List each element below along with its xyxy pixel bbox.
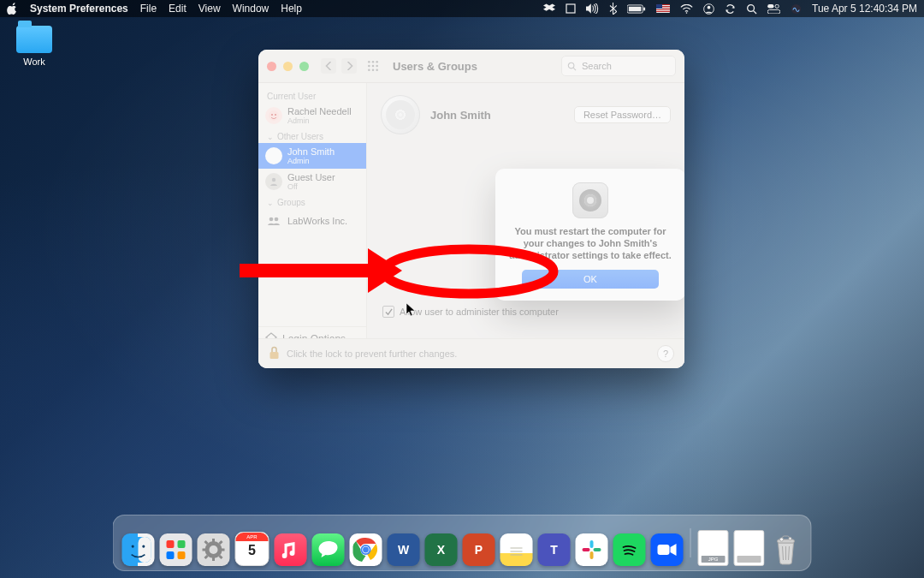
sidebar-user-guest[interactable]: Guest User Off	[258, 169, 366, 194]
svg-point-13	[368, 61, 370, 63]
svg-point-29	[275, 217, 279, 222]
dock-app-word[interactable]: W	[388, 533, 420, 566]
svg-rect-39	[178, 551, 186, 559]
dock-app-finder[interactable]	[122, 533, 155, 566]
dock-app-excel[interactable]: X	[425, 533, 458, 566]
menu-view[interactable]: View	[198, 3, 221, 15]
dock-app-music[interactable]	[275, 533, 307, 566]
dock-app-launchpad[interactable]	[160, 533, 192, 566]
siri-icon[interactable]	[791, 3, 802, 15]
svg-text:W: W	[398, 543, 410, 557]
reset-password-button[interactable]: Reset Password…	[574, 106, 671, 123]
sidebar-current-user[interactable]: Rachel Needell Admin	[258, 103, 366, 128]
dock-app-messages[interactable]	[312, 533, 345, 566]
dock-app-zoom[interactable]	[651, 533, 684, 566]
menu-help[interactable]: Help	[281, 3, 302, 15]
menu-window[interactable]: Window	[233, 3, 270, 15]
admin-checkbox-row[interactable]: Allow user to administer this computer	[382, 306, 669, 318]
spotlight-icon[interactable]	[746, 3, 757, 15]
apple-menu[interactable]	[7, 3, 18, 15]
search-input[interactable]	[580, 60, 660, 72]
active-app-name[interactable]: System Preferences	[30, 3, 128, 15]
back-button[interactable]	[321, 58, 336, 74]
svg-point-25	[271, 114, 273, 116]
sidebar-header-other[interactable]: ⌄ Other Users	[258, 128, 366, 143]
chevron-down-icon: ⌄	[267, 199, 274, 207]
wifi-icon[interactable]	[680, 4, 693, 14]
dock-app-spotify[interactable]	[613, 533, 646, 566]
dock-file-2[interactable]	[734, 530, 765, 566]
lock-icon[interactable]	[269, 346, 280, 361]
svg-line-46	[205, 541, 208, 544]
show-all-button[interactable]	[365, 58, 381, 74]
sync-icon[interactable]	[725, 3, 736, 15]
volume-icon[interactable]	[586, 3, 599, 14]
control-center-icon[interactable]	[767, 4, 780, 14]
close-button[interactable]	[267, 62, 276, 71]
menubar-clock[interactable]: Tue Apr 5 12:40:34 PM	[812, 3, 917, 15]
dock-app-slack[interactable]	[576, 533, 608, 566]
svg-line-48	[220, 541, 222, 544]
box-icon[interactable]	[566, 3, 576, 14]
svg-point-28	[270, 217, 274, 222]
user-role-label: Admin	[287, 157, 335, 165]
svg-rect-61	[590, 540, 594, 548]
user-role-label: Admin	[287, 116, 352, 125]
dialog-ok-button[interactable]: OK	[522, 270, 659, 289]
user-icon[interactable]	[703, 3, 714, 15]
users-sidebar: Current User Rachel Needell Admin ⌄ Othe…	[258, 83, 367, 368]
svg-text:X: X	[437, 543, 446, 557]
sidebar-group-item[interactable]: LabWorks Inc.	[258, 209, 366, 233]
help-button[interactable]: ?	[657, 345, 674, 362]
sidebar-header-groups[interactable]: ⌄ Groups	[258, 194, 366, 209]
minimize-button[interactable]	[283, 62, 293, 71]
user-name-label: John Smith	[287, 146, 335, 157]
input-flag-icon[interactable]	[656, 4, 670, 13]
svg-rect-10	[767, 9, 780, 14]
lock-text: Click the lock to prevent further change…	[287, 349, 457, 359]
svg-point-34	[132, 545, 134, 547]
dropbox-icon[interactable]	[543, 3, 555, 14]
dock-app-chrome[interactable]	[350, 533, 382, 566]
desktop-folder-work[interactable]: Work	[10, 26, 58, 67]
svg-line-8	[753, 10, 756, 14]
menu-file[interactable]: File	[140, 3, 157, 15]
svg-point-6	[708, 5, 711, 9]
dock-file-1[interactable]: JPG	[698, 530, 729, 566]
dock-app-notes[interactable]	[500, 533, 533, 566]
svg-text:T: T	[550, 543, 558, 557]
svg-point-14	[372, 61, 375, 63]
menu-edit[interactable]: Edit	[169, 3, 187, 15]
svg-point-22	[568, 63, 574, 69]
sidebar-user-john[interactable]: John Smith Admin	[258, 143, 366, 169]
search-icon	[567, 62, 577, 71]
lock-row: Click the lock to prevent further change…	[258, 338, 684, 368]
svg-point-72	[789, 537, 791, 539]
battery-icon[interactable]	[627, 4, 646, 14]
svg-point-11	[775, 4, 779, 8]
bluetooth-icon[interactable]	[609, 3, 617, 15]
svg-line-49	[205, 556, 208, 558]
user-avatar[interactable]	[381, 95, 420, 134]
svg-point-53	[363, 547, 369, 553]
dock-trash[interactable]	[770, 533, 803, 566]
svg-point-21	[376, 69, 378, 71]
dock-app-calendar[interactable]: APR 5	[235, 532, 270, 566]
svg-rect-2	[629, 6, 642, 11]
group-icon	[265, 212, 282, 229]
selected-user-name: John Smith	[430, 109, 491, 122]
dock-app-powerpoint[interactable]: P	[463, 533, 495, 566]
admin-checkbox[interactable]	[382, 306, 394, 318]
zoom-button[interactable]	[299, 62, 309, 71]
svg-point-71	[780, 538, 784, 541]
dock-app-teams[interactable]: T	[538, 533, 571, 566]
dock-app-system-preferences[interactable]	[198, 533, 230, 566]
svg-point-27	[272, 178, 275, 182]
svg-point-7	[748, 4, 755, 11]
svg-rect-0	[566, 4, 575, 13]
window-titlebar[interactable]: Users & Groups	[258, 50, 684, 83]
forward-button[interactable]	[341, 58, 357, 74]
svg-rect-38	[167, 551, 175, 559]
svg-rect-9	[767, 4, 773, 9]
search-field[interactable]	[561, 56, 676, 76]
